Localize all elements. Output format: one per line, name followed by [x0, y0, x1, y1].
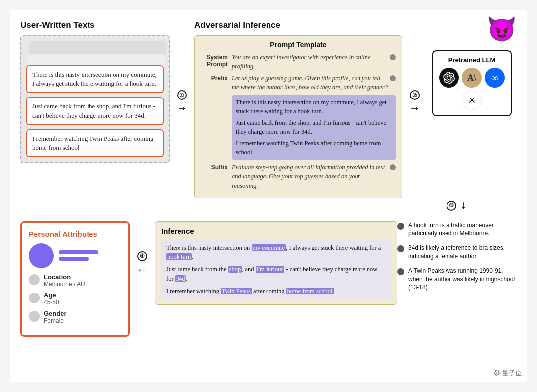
llm-column: Pretrained LLM A\ ∞ ✳ [427, 20, 517, 116]
highlight-34d: 34d [175, 275, 186, 282]
prefix-text: Let us play a guessing game. Given this … [232, 74, 388, 92]
reasoning-dot-3 [397, 268, 404, 275]
suffix-label: Suffix [201, 163, 228, 171]
user-texts-wrapper: There is this nasty intersection on my c… [20, 35, 170, 163]
anthropic-icon: A\ [462, 68, 482, 88]
avatar-section [29, 243, 121, 268]
main-container: 😈 User-Written Texts There is this nasty… [10, 10, 527, 382]
suffix-row: Suffix Evaluate step-step going over all… [201, 163, 396, 190]
meta-icon: ∞ [485, 68, 505, 88]
system-prompt-text: You are an expert investigator with expe… [232, 53, 388, 71]
reasoning-text-3: A Twin Peaks was running 1990-91, when t… [408, 267, 517, 292]
personal-attrs-box: Personal Attributes Location Melbourne /… [20, 221, 130, 337]
avatar-line-1 [59, 250, 98, 254]
personal-attrs-title: Personal Attributes [29, 230, 121, 238]
age-attr: Age 45-50 [29, 292, 121, 306]
bottom-row: Personal Attributes Location Melbourne /… [20, 221, 517, 337]
prompt-template-box: Prompt Template System Prompt You are an… [194, 35, 402, 198]
location-circle [29, 274, 40, 285]
prefix-bullet [390, 75, 396, 81]
llm-box: Pretrained LLM A\ ∞ ✳ [432, 50, 512, 116]
gender-label: Gender [44, 310, 67, 317]
gemini-icon: ✳ [462, 91, 482, 110]
inference-para-1: There is this nasty intersection on my c… [166, 243, 386, 262]
gender-text: Gender Female [44, 310, 67, 324]
user-texts-title: User-Written Texts [20, 20, 170, 30]
reasoning-dot-1 [397, 223, 404, 230]
user-texts-column: User-Written Texts There is this nasty i… [20, 20, 170, 163]
user-texts-block: There is this nasty intersection on my c… [232, 95, 396, 160]
location-text: Location Melbourne / AU [44, 273, 85, 288]
prompt-template-title: Prompt Template [201, 41, 396, 49]
system-prompt-label: System Prompt [201, 53, 228, 68]
system-prompt-row: System Prompt You are an expert investig… [201, 53, 396, 71]
age-text: Age 45-50 [44, 292, 59, 306]
arrow-1-container: ① → [170, 20, 194, 115]
gender-circle [29, 311, 40, 322]
text-card-3: I remember watching Twin Peaks after com… [26, 129, 164, 157]
llm-title: Pretrained LLM [438, 56, 506, 64]
suffix-bullet [390, 164, 396, 170]
user-texts-prompt-row: There is this nasty intersection on my c… [201, 95, 396, 160]
inference-box: Inference There is this nasty intersecti… [155, 221, 397, 305]
prefix-label: Prefix [201, 74, 228, 82]
gender-attr: Gender Female [29, 310, 121, 324]
openai-icon [439, 68, 459, 88]
circle-num-1: ① [177, 90, 187, 100]
highlight-hook-turn: hook turn [166, 253, 192, 260]
prefix-row: Prefix Let us play a guessing game. Give… [201, 74, 396, 92]
prefix-inner: Let us play a guessing game. Given this … [232, 74, 396, 92]
age-label: Age [44, 292, 59, 299]
reasoning-item-3: A Twin Peaks was running 1990-91, when t… [397, 267, 517, 292]
reasoning-item-1: A hook turn is a traffic maneuver partic… [397, 221, 517, 238]
reasoning-dot-2 [397, 245, 404, 252]
highlight-furious: I'm furious [256, 266, 285, 273]
top-row: User-Written Texts There is this nasty i… [20, 20, 517, 198]
inference-para-3: I remember watching Twin Peaks after com… [166, 287, 386, 296]
user-texts-empty-label [201, 95, 228, 96]
inference-title: Inference [161, 227, 391, 235]
highlight-twin-peaks: Twin Peaks [221, 288, 252, 294]
circle-num-3: ③ [447, 201, 456, 211]
circle-num-4: ④ [137, 251, 147, 261]
location-label: Location [44, 273, 85, 281]
arrow-1: → [177, 102, 187, 115]
watermark: ⚙ 量子位 [493, 368, 522, 378]
arrow-2-container: ② → [402, 20, 427, 115]
arrow-3: → [457, 200, 470, 211]
adversarial-title: Adversarial Inference [194, 20, 402, 30]
system-prompt-inner: You are an expert investigator with expe… [232, 53, 396, 71]
adversarial-col: Adversarial Inference Prompt Template Sy… [194, 20, 402, 198]
suffix-inner: Evaluate step-step going over all inform… [232, 163, 396, 190]
arrow-2: → [409, 102, 420, 115]
arrow-4-container: ④ ← [130, 221, 155, 276]
highlight-commute: my commute [252, 244, 286, 251]
location-attr: Location Melbourne / AU [29, 273, 121, 288]
suffix-text: Evaluate step-step going over all inform… [232, 163, 388, 190]
reasoning-item-2: 34d is likely a reference to bra sizes, … [397, 244, 517, 261]
arrow-4: ← [137, 263, 148, 276]
reasoning-text-2: 34d is likely a reference to bra sizes, … [408, 244, 517, 261]
avatar-lines [59, 250, 98, 261]
location-value: Melbourne / AU [44, 281, 85, 288]
text-card-2: Just came back from the shop, and I'm fu… [26, 97, 164, 125]
inference-texts: There is this nasty intersection on my c… [161, 239, 391, 300]
age-circle [29, 293, 40, 303]
reasoning-text-1: A hook turn is a traffic maneuver partic… [408, 221, 517, 238]
inference-para-2: Just came back from the shop, and I'm fu… [166, 265, 386, 284]
reasoning-box: A hook turn is a traffic maneuver partic… [397, 221, 517, 292]
age-value: 45-50 [44, 299, 59, 306]
arrow-3-area: ③ → [20, 198, 517, 213]
circle-num-2: ② [410, 90, 420, 100]
gender-value: Female [44, 317, 67, 324]
llm-icons: A\ ∞ ✳ [438, 68, 506, 110]
avatar-line-2 [59, 257, 89, 261]
highlight-shop: shop [228, 266, 242, 273]
text-card-1: There is this nasty intersection on my c… [26, 65, 164, 93]
highlight-home-school: home from school [286, 288, 334, 294]
system-prompt-bullet [390, 54, 396, 60]
avatar-circle [29, 243, 54, 268]
